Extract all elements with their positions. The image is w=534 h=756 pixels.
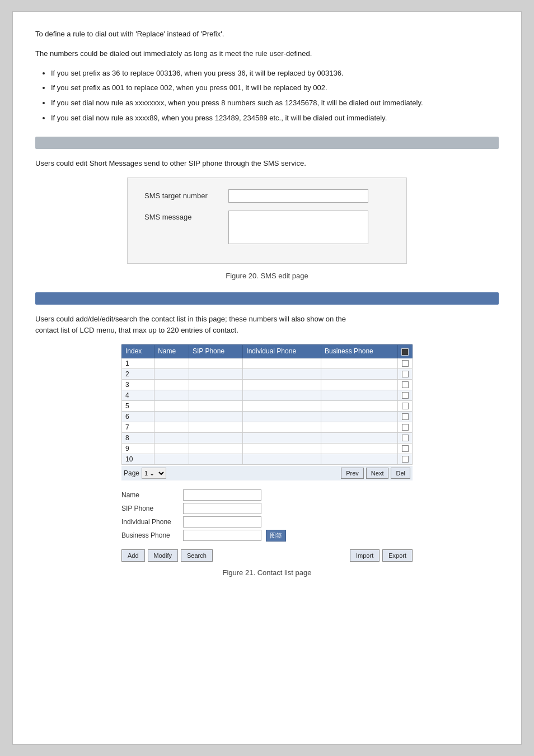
col-index: Index	[122, 345, 154, 358]
del-button[interactable]: Del	[391, 468, 410, 479]
business-row: Business Phone 图签	[121, 530, 413, 542]
sms-target-input[interactable]	[228, 189, 368, 203]
row-1-checkbox-icon[interactable]	[402, 360, 409, 367]
row-10-index: 10	[122, 454, 154, 464]
sms-message-label: SMS message	[144, 211, 228, 221]
name-input[interactable]	[183, 489, 261, 501]
export-button[interactable]: Export	[382, 549, 413, 562]
row-5-checkbox-icon[interactable]	[402, 403, 409, 409]
import-button[interactable]: Import	[350, 549, 380, 562]
prev-button[interactable]: Prev	[341, 468, 364, 479]
contact-form: Name SIP Phone Individual Phone Business…	[121, 485, 413, 546]
row-9-check[interactable]	[398, 443, 413, 454]
bullet-2: If you set prefix as 001 to replace 002,…	[51, 82, 499, 94]
row-9-checkbox-icon[interactable]	[402, 445, 409, 452]
contact-desc-1: Users could add/del/edit/search the cont…	[35, 314, 499, 337]
row-5-index: 5	[122, 400, 154, 411]
table-row: 3	[122, 379, 413, 390]
table-row: 5	[122, 400, 413, 411]
intro-line1: To define a rule to dial out with 'Repla…	[35, 29, 499, 40]
row-3-checkbox-icon[interactable]	[402, 381, 409, 388]
row-7-check[interactable]	[398, 422, 413, 432]
sms-description: Users could edit Short Messages send to …	[35, 158, 499, 170]
row-8-check[interactable]	[398, 432, 413, 443]
action-row: Add Modify Search Import Export	[121, 549, 413, 562]
table-row: 6	[122, 411, 413, 422]
row-1-index: 1	[122, 358, 154, 368]
row-6-check[interactable]	[398, 411, 413, 422]
col-business: Business Phone	[321, 345, 398, 358]
sip-label: SIP Phone	[121, 505, 183, 512]
individual-input[interactable]	[183, 516, 261, 528]
row-2-check[interactable]	[398, 368, 413, 379]
row-10-checkbox-icon[interactable]	[402, 456, 409, 463]
figure-21-caption: Figure 21. Contact list page	[35, 568, 499, 577]
bullet-4: If you set dial now rule as xxxx89, when…	[51, 113, 499, 124]
row-4-check[interactable]	[398, 390, 413, 400]
individual-row: Individual Phone	[121, 516, 413, 528]
row-6-checkbox-icon[interactable]	[402, 413, 409, 420]
add-button[interactable]: Add	[121, 549, 145, 562]
row-4-index: 4	[122, 390, 154, 400]
row-10-check[interactable]	[398, 454, 413, 464]
col-name: Name	[154, 345, 189, 358]
business-label: Business Phone	[121, 531, 183, 539]
table-row: 1	[122, 358, 413, 368]
search-button[interactable]: Search	[181, 549, 213, 562]
col-sip: SIP Phone	[189, 345, 242, 358]
contact-desc-line2: contact list of LCD menu, that max up to…	[35, 326, 238, 334]
row-1-sip	[189, 358, 242, 368]
contact-table: Index Name SIP Phone Individual Phone Bu…	[121, 344, 413, 464]
sms-message-input[interactable]	[228, 211, 368, 244]
contact-desc-line1: Users could add/del/edit/search the cont…	[35, 315, 346, 323]
col-individual: Individual Phone	[243, 345, 321, 358]
row-8-checkbox-icon[interactable]	[402, 435, 409, 441]
table-row: 7	[122, 422, 413, 432]
row-5-check[interactable]	[398, 400, 413, 411]
next-button[interactable]: Next	[366, 468, 389, 479]
table-row: 2	[122, 368, 413, 379]
modify-button[interactable]: Modify	[148, 549, 178, 562]
row-2-index: 2	[122, 368, 154, 379]
table-row: 4	[122, 390, 413, 400]
row-3-check[interactable]	[398, 379, 413, 390]
row-2-checkbox-icon[interactable]	[402, 371, 409, 377]
select-all-checkbox-icon[interactable]	[401, 348, 409, 356]
intro-line2: The numbers could be dialed out immediat…	[35, 48, 499, 60]
row-6-index: 6	[122, 411, 154, 422]
individual-label: Individual Phone	[121, 518, 183, 526]
phonebook-icon[interactable]: 图签	[266, 530, 286, 542]
page-select[interactable]: 1 ⌄	[142, 468, 166, 479]
row-7-checkbox-icon[interactable]	[402, 424, 409, 431]
bullet-list: If you set prefix as 36 to replace 00313…	[51, 68, 499, 124]
row-4-checkbox-icon[interactable]	[402, 392, 409, 399]
row-3-index: 3	[122, 379, 154, 390]
table-header-row: Index Name SIP Phone Individual Phone Bu…	[122, 345, 413, 358]
page-label: Page	[124, 469, 139, 477]
table-row: 9	[122, 443, 413, 454]
bullet-3: If you set dial now rule as xxxxxxxx, wh…	[51, 97, 499, 109]
sip-input[interactable]	[183, 503, 261, 514]
sms-message-row: SMS message	[144, 211, 390, 244]
sms-target-label: SMS target number	[144, 189, 228, 200]
section-divider-2	[35, 292, 499, 305]
col-select-all[interactable]	[398, 345, 413, 358]
name-label: Name	[121, 491, 183, 499]
row-1-check[interactable]	[398, 358, 413, 368]
row-7-index: 7	[122, 422, 154, 432]
row-8-index: 8	[122, 432, 154, 443]
page-container: To define a rule to dial out with 'Repla…	[12, 11, 522, 745]
table-row: 8	[122, 432, 413, 443]
figure-20-caption: Figure 20. SMS edit page	[35, 272, 499, 280]
contact-table-container: Index Name SIP Phone Individual Phone Bu…	[121, 344, 413, 561]
business-input[interactable]	[183, 530, 261, 541]
section-divider-1	[35, 137, 499, 149]
row-1-name	[154, 358, 189, 368]
name-row: Name	[121, 489, 413, 501]
bullet-1: If you set prefix as 36 to replace 00313…	[51, 68, 499, 80]
row-1-individual	[243, 358, 321, 368]
row-9-index: 9	[122, 443, 154, 454]
row-1-business	[321, 358, 398, 368]
table-row: 10	[122, 454, 413, 464]
sip-row: SIP Phone	[121, 503, 413, 514]
